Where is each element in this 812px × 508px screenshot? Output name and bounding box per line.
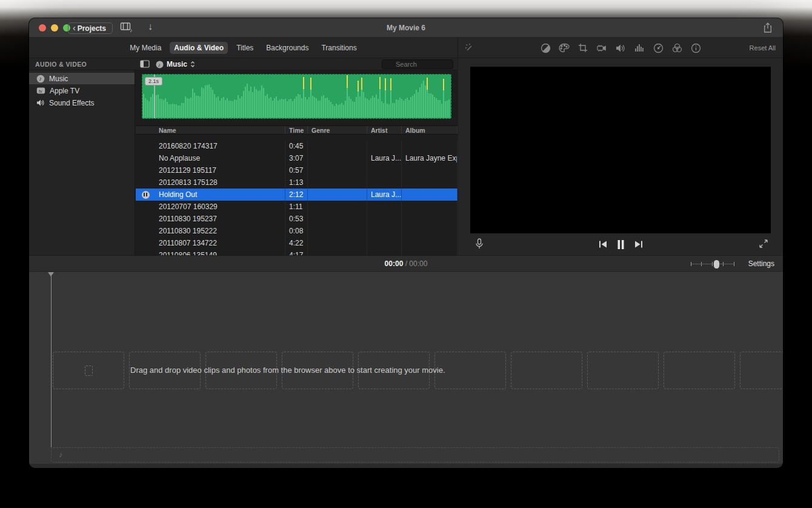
window-title: My Movie 6 (29, 18, 783, 38)
col-artist[interactable]: Artist (367, 126, 402, 134)
stabilization-icon[interactable] (596, 42, 607, 53)
adjust-toolbar: Reset All (458, 38, 783, 58)
clip-size-slider[interactable] (691, 264, 734, 264)
svg-text:♪: ♪ (39, 75, 42, 82)
sidebar-item-apple-tv[interactable]: tvApple TV (29, 85, 135, 96)
cell-album: Laura Jayne Exp (402, 152, 458, 164)
cell-artist (367, 176, 402, 189)
cell-genre (308, 176, 367, 189)
chevron-left-icon: ‹ (73, 23, 76, 33)
settings-button[interactable]: Settings (748, 256, 774, 272)
volume-icon[interactable] (615, 42, 626, 53)
cell-name: 20120813 175128 (155, 176, 285, 189)
tab-my-media[interactable]: My Media (125, 42, 165, 54)
cell-album (402, 249, 458, 255)
cell-artist (367, 213, 402, 225)
cell-artist (367, 140, 402, 152)
col-time[interactable]: Time (285, 126, 308, 134)
table-row[interactable]: 20121129 1951170:57 (136, 164, 458, 176)
projects-back-button[interactable]: ‹ Projects (68, 22, 113, 34)
row-pause-icon[interactable] (142, 191, 150, 199)
clip-filter-icon[interactable] (671, 42, 682, 53)
timeline[interactable]: Drag and drop video clips and photos fro… (29, 272, 783, 464)
playhead-time-badge: 2.1s (145, 77, 162, 85)
cell-name: 20160820 174317 (155, 140, 285, 152)
skip-back-button[interactable] (598, 240, 608, 249)
tab-audio-video[interactable]: Audio & Video (170, 42, 228, 54)
table-row[interactable]: No Applause3:07Laura J...Laura Jayne Exp (136, 152, 458, 164)
search-input[interactable] (382, 59, 453, 69)
timeline-toolbar: 00:00 / 00:00 Settings (29, 255, 783, 272)
audio-track-placeholder[interactable]: ♪ (51, 447, 779, 463)
cell-genre (308, 237, 367, 249)
table-row[interactable]: Holding Out2:12Laura J... (136, 189, 458, 201)
sidebar-item-music[interactable]: ♪Music (29, 73, 135, 84)
cell-name: Holding Out (155, 189, 285, 201)
speaker-icon (36, 99, 45, 107)
crop-icon[interactable] (577, 42, 588, 53)
media-tabbar: My MediaAudio & VideoTitlesBackgroundsTr… (29, 38, 458, 58)
cell-album (402, 176, 458, 189)
slider-thumb[interactable] (714, 260, 719, 269)
cell-name: No Applause (155, 152, 285, 164)
cell-genre (308, 164, 367, 176)
cell-name: 20121129 195117 (155, 164, 285, 176)
cell-name: 20110830 195237 (155, 213, 285, 225)
speed-icon[interactable] (653, 42, 664, 53)
song-waveform[interactable]: 2.1s (142, 74, 451, 119)
titlebar: ‹ Projects ♪ ↓ My Movie 6 (29, 18, 783, 38)
cell-name: 20120707 160329 (155, 201, 285, 213)
cell-artist (367, 201, 402, 213)
cell-time: 4:17 (285, 249, 308, 255)
tab-transitions[interactable]: Transitions (317, 42, 361, 54)
color-balance-icon[interactable] (540, 42, 551, 53)
cell-genre (308, 201, 367, 213)
timeline-playhead[interactable] (51, 272, 52, 447)
sidebar-toggle-icon[interactable] (140, 60, 150, 68)
cell-name: 20110830 195222 (155, 225, 285, 237)
music-browser: 2.1s Name Time Genre Artist Album 201608… (136, 70, 458, 255)
table-row[interactable]: 20120707 1603291:11 (136, 201, 458, 213)
table-row[interactable]: 20110806 1351494:17 (136, 249, 458, 255)
cell-artist (367, 237, 402, 249)
video-viewer[interactable] (470, 67, 771, 233)
sidebar-item-sound-effects[interactable]: Sound Effects (29, 97, 135, 109)
cell-album (402, 201, 458, 213)
cell-time: 4:22 (285, 237, 308, 249)
share-icon[interactable] (764, 22, 772, 33)
preview-pane (458, 58, 783, 255)
current-time: 00:00 (385, 259, 404, 268)
cell-artist: Laura J... (367, 152, 402, 164)
song-table-header[interactable]: Name Time Genre Artist Album (136, 125, 458, 135)
table-row[interactable]: 20110807 1347224:22 (136, 237, 458, 249)
noise-reduction-icon[interactable] (634, 42, 645, 53)
col-genre[interactable]: Genre (308, 126, 367, 134)
table-row[interactable]: 20120813 1751281:13 (136, 176, 458, 189)
table-row[interactable]: 20110830 1952370:53 (136, 213, 458, 225)
film-frame-icon (85, 366, 93, 376)
media-browser-icon[interactable]: ♪ (120, 22, 133, 33)
close-button[interactable] (39, 24, 46, 32)
cell-time: 0:08 (285, 225, 308, 237)
import-arrow-icon[interactable]: ↓ (148, 21, 153, 32)
reset-all-button[interactable]: Reset All (750, 38, 776, 58)
tab-backgrounds[interactable]: Backgrounds (262, 42, 313, 54)
source-dropdown[interactable]: ♪ Music (156, 58, 195, 70)
window-footer (29, 464, 783, 468)
fullscreen-icon[interactable] (759, 239, 768, 249)
cell-genre (308, 140, 367, 152)
cell-time: 0:53 (285, 213, 308, 225)
minimize-button[interactable] (51, 24, 58, 32)
cell-album (402, 213, 458, 225)
tab-titles[interactable]: Titles (232, 42, 258, 54)
color-correction-icon[interactable] (559, 42, 570, 53)
cell-time: 0:45 (285, 140, 308, 152)
col-name[interactable]: Name (155, 126, 285, 134)
svg-text:tv: tv (39, 89, 42, 93)
pause-button[interactable] (616, 239, 625, 250)
table-row[interactable]: 20110830 1952220:08 (136, 225, 458, 237)
col-album[interactable]: Album (402, 126, 458, 134)
table-row[interactable]: 20160820 1743170:45 (136, 140, 458, 152)
skip-forward-button[interactable] (634, 240, 644, 249)
info-icon[interactable] (690, 42, 701, 53)
